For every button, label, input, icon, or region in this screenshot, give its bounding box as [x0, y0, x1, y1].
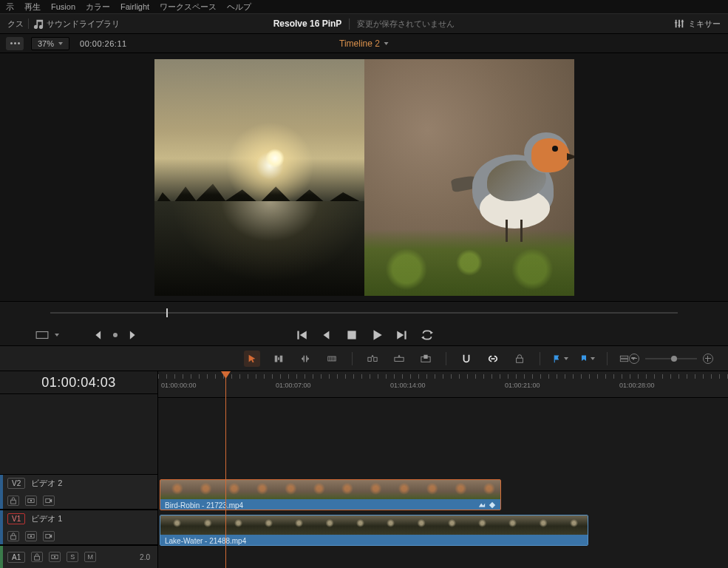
chevron-down-icon[interactable]	[55, 334, 59, 337]
pip-left	[154, 59, 364, 296]
overwrite-clip-button[interactable]	[391, 351, 407, 367]
svg-rect-6	[395, 357, 404, 361]
track-channels: 2.0	[140, 553, 150, 561]
svg-rect-8	[423, 354, 427, 358]
marker-dropdown[interactable]	[579, 351, 595, 367]
track-label: ビデオ 2	[31, 478, 62, 489]
zoom-track[interactable]	[645, 358, 697, 359]
disable-video-button[interactable]	[43, 531, 55, 541]
zoom-in-button[interactable]	[703, 354, 713, 364]
svg-rect-12	[620, 359, 628, 361]
timeline-toolbar	[0, 346, 728, 371]
chevron-down-icon	[384, 42, 389, 45]
chevron-down-icon	[58, 42, 63, 45]
time-ruler[interactable]: 01:00:00:00 01:00:07:00 01:00:14:00 01:0…	[158, 371, 728, 398]
trim-tool[interactable]	[271, 351, 287, 367]
auto-select-button[interactable]	[49, 552, 61, 562]
track-lane-v1[interactable]: Lake-Water - 21488.mp4	[158, 513, 728, 549]
track-tag[interactable]: V2	[7, 478, 25, 489]
lock-track-button[interactable]	[31, 552, 43, 562]
zoom-out-button[interactable]	[629, 354, 639, 364]
step-back-button[interactable]	[320, 328, 333, 342]
scrub-track[interactable]	[50, 312, 678, 314]
track-lane-v2[interactable]: Bird-Robin - 21723.mp4	[158, 478, 728, 513]
ruler-label: 01:00:28:00	[619, 382, 655, 389]
timeline-name-dropdown[interactable]: Timeline 2	[339, 38, 389, 49]
link-toggle[interactable]	[485, 351, 501, 367]
snap-toggle[interactable]	[458, 351, 474, 367]
ruler-label: 01:00:21:00	[505, 382, 540, 389]
track-header-v1[interactable]: V1 ビデオ 1	[0, 510, 157, 545]
save-status: 変更が保存されていません	[349, 18, 455, 30]
menu-item[interactable]: カラー	[86, 1, 110, 13]
svg-rect-2	[347, 331, 356, 339]
track-tag[interactable]: A1	[7, 552, 25, 563]
menu-item[interactable]: ヘルプ	[227, 1, 251, 13]
blade-tool[interactable]	[324, 351, 340, 367]
flag-dropdown[interactable]	[552, 351, 568, 367]
app-header: クス サウンドライブラリ Resolve 16 PinP 変更が保存されていませ…	[0, 13, 728, 34]
stop-button[interactable]	[345, 328, 358, 342]
clip-lake-water[interactable]: Lake-Water - 21488.mp4	[160, 515, 588, 546]
menu-item[interactable]: ワークスペース	[160, 1, 217, 13]
clip-bird-robin[interactable]: Bird-Robin - 21723.mp4	[160, 479, 501, 510]
timeline-body[interactable]: 01:00:00:00 01:00:07:00 01:00:14:00 01:0…	[158, 371, 728, 568]
lock-track-button[interactable]	[7, 496, 19, 506]
playhead[interactable]	[225, 371, 226, 568]
insert-clip-button[interactable]	[364, 351, 381, 367]
playhead-timecode[interactable]: 01:00:04:03	[41, 375, 116, 390]
svg-rect-9	[517, 358, 523, 362]
track-tag[interactable]: V1	[7, 513, 25, 524]
sound-library-button[interactable]: サウンドライブラリ	[33, 18, 120, 30]
menu-item[interactable]: Fairlight	[120, 2, 149, 11]
keyframe-icon	[489, 501, 496, 509]
svg-rect-17	[11, 535, 16, 539]
track-header-v2[interactable]: V2 ビデオ 2	[0, 474, 157, 510]
svg-rect-0	[36, 331, 48, 338]
pip-right	[364, 59, 574, 296]
svg-rect-11	[620, 356, 628, 358]
svg-rect-16	[46, 498, 50, 502]
retime-icon	[478, 501, 486, 509]
track-header-column: 01:00:04:03 V2 ビデオ 2 V1 ビデオ 1	[0, 371, 158, 568]
dynamic-trim-tool[interactable]	[297, 351, 313, 367]
ruler-label: 01:00:00:00	[161, 382, 197, 389]
viewer-canvas[interactable]	[154, 59, 574, 296]
solo-button[interactable]: S	[67, 552, 78, 562]
lock-track-button[interactable]	[7, 531, 19, 541]
timeline: 01:00:04:03 V2 ビデオ 2 V1 ビデオ 1	[0, 371, 728, 568]
play-button[interactable]	[370, 328, 384, 342]
auto-select-button[interactable]	[25, 531, 37, 541]
track-lane-a1[interactable]	[158, 549, 728, 568]
bypass-icon[interactable]	[35, 328, 49, 342]
go-start-button[interactable]	[295, 328, 308, 342]
auto-select-button[interactable]	[25, 496, 37, 506]
scrub-handle[interactable]	[166, 308, 168, 317]
svg-point-23	[54, 556, 56, 558]
disable-video-button[interactable]	[43, 496, 55, 506]
viewer-timecode[interactable]: 00:00:26:11	[77, 39, 130, 48]
marker-dot-icon[interactable]	[112, 332, 118, 338]
zoom-knob[interactable]	[671, 356, 677, 362]
menu-item[interactable]: 再生	[24, 1, 41, 13]
panel-label: クス	[7, 18, 24, 30]
menu-item[interactable]: 示	[6, 1, 14, 13]
selection-tool[interactable]	[244, 351, 260, 367]
position-lock-toggle[interactable]	[511, 351, 528, 367]
loop-button[interactable]	[421, 328, 434, 342]
mixer-button[interactable]: ミキサー	[674, 18, 721, 30]
prev-marker-icon[interactable]	[93, 328, 106, 342]
clip-label: Bird-Robin - 21723.mp4	[165, 501, 243, 510]
mute-button[interactable]: M	[84, 552, 96, 562]
ruler-label: 01:00:14:00	[390, 382, 426, 389]
replace-clip-button[interactable]	[418, 351, 434, 367]
viewer-zoom-dropdown[interactable]: 37%	[31, 37, 69, 50]
go-end-button[interactable]	[395, 328, 409, 342]
track-header-a1[interactable]: A1 S M 2.0	[0, 545, 157, 568]
options-menu-button[interactable]	[6, 37, 24, 50]
next-marker-icon[interactable]	[124, 328, 137, 342]
mixer-icon	[674, 18, 684, 29]
menu-item[interactable]: Fusion	[51, 2, 75, 11]
menubar: 示 再生 Fusion カラー Fairlight ワークスペース ヘルプ	[0, 0, 728, 13]
clip-label: Lake-Water - 21488.mp4	[165, 537, 246, 545]
